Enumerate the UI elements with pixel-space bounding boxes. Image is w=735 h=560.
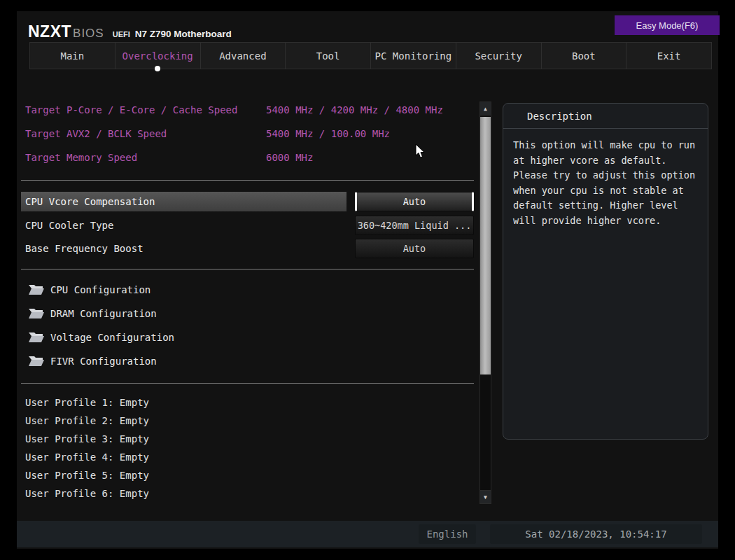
info-label: Target AVX2 / BCLK Speed bbox=[25, 127, 167, 141]
active-tab-indicator-dot bbox=[155, 66, 160, 71]
info-value: 5400 MHz / 100.00 MHz bbox=[266, 127, 390, 141]
board-name: N7 Z790 Motherboard bbox=[135, 29, 232, 39]
info-row-avx2-bclk: Target AVX2 / BCLK Speed 5400 MHz / 100.… bbox=[21, 127, 474, 141]
user-profile-5[interactable]: User Profile 5: Empty bbox=[25, 468, 149, 482]
submenu-label: DRAM Configuration bbox=[50, 308, 157, 319]
bios-window: NZXT BIOS UEFI N7 Z790 Motherboard Easy … bbox=[17, 11, 718, 549]
mouse-cursor-icon bbox=[415, 144, 426, 159]
divider bbox=[21, 180, 474, 181]
user-profile-6[interactable]: User Profile 6: Empty bbox=[25, 486, 149, 500]
tab-boot[interactable]: Boot bbox=[541, 42, 627, 69]
user-profile-4[interactable]: User Profile 4: Empty bbox=[25, 450, 149, 464]
divider bbox=[21, 383, 474, 384]
setting-base-frequency-boost-value[interactable]: Auto bbox=[355, 239, 474, 258]
language-selector[interactable]: English bbox=[419, 524, 476, 544]
tab-overclocking-label: Overclocking bbox=[122, 50, 193, 62]
setting-cpu-cooler-type[interactable]: CPU Cooler Type bbox=[21, 216, 346, 235]
easy-mode-button[interactable]: Easy Mode(F6) bbox=[615, 15, 720, 35]
submenu-label: Voltage Configuration bbox=[50, 332, 174, 343]
info-value: 5400 MHz / 4200 MHz / 4800 MHz bbox=[266, 103, 443, 117]
submenu-label: CPU Configuration bbox=[50, 284, 150, 295]
tab-security[interactable]: Security bbox=[456, 42, 542, 69]
user-profile-1[interactable]: User Profile 1: Empty bbox=[25, 396, 149, 410]
datetime-display: Sat 02/18/2023, 10:54:17 bbox=[490, 524, 702, 544]
submenu-dram-configuration[interactable]: DRAM Configuration bbox=[28, 305, 157, 322]
submenu-fivr-configuration[interactable]: FIVR Configuration bbox=[28, 353, 157, 370]
setting-cpu-cooler-type-value[interactable]: 360~420mm Liquid ... bbox=[355, 216, 474, 235]
uefi-label: UEFI bbox=[113, 30, 130, 38]
description-body: This option will make cpu to run at high… bbox=[503, 129, 708, 237]
tab-overclocking[interactable]: Overclocking bbox=[115, 42, 201, 69]
user-profile-2[interactable]: User Profile 2: Empty bbox=[25, 414, 149, 428]
folder-icon bbox=[28, 284, 45, 296]
user-profile-3[interactable]: User Profile 3: Empty bbox=[25, 432, 149, 446]
scrollbar[interactable]: ▲ ▼ bbox=[479, 102, 491, 504]
scrollbar-thumb[interactable] bbox=[480, 117, 491, 374]
submenu-cpu-configuration[interactable]: CPU Configuration bbox=[28, 281, 150, 298]
description-panel: Description This option will make cpu to… bbox=[503, 103, 708, 440]
info-row-core-speed: Target P-Core / E-Core / Cache Speed 540… bbox=[21, 103, 474, 117]
folder-icon bbox=[28, 332, 45, 344]
info-value: 6000 MHz bbox=[266, 150, 313, 164]
info-label: Target Memory Speed bbox=[25, 150, 137, 164]
info-row-memory-speed: Target Memory Speed 6000 MHz bbox=[21, 150, 474, 164]
scroll-up-icon[interactable]: ▲ bbox=[480, 102, 491, 115]
nzxt-logo: NZXT bbox=[28, 22, 71, 41]
tab-bar: Main Overclocking Advanced Tool PC Monit… bbox=[29, 42, 712, 69]
submenu-label: FIVR Configuration bbox=[50, 356, 157, 367]
folder-icon bbox=[28, 356, 45, 368]
submenu-voltage-configuration[interactable]: Voltage Configuration bbox=[28, 329, 174, 346]
info-label: Target P-Core / E-Core / Cache Speed bbox=[25, 103, 237, 117]
tab-main[interactable]: Main bbox=[29, 42, 115, 69]
setting-base-frequency-boost[interactable]: Base Frequency Boost bbox=[21, 239, 346, 258]
bios-label: BIOS bbox=[73, 27, 104, 41]
description-title: Description bbox=[503, 104, 708, 129]
tab-tool[interactable]: Tool bbox=[285, 42, 371, 69]
footer-bar: English Sat 02/18/2023, 10:54:17 bbox=[17, 521, 718, 547]
scroll-down-icon[interactable]: ▼ bbox=[480, 490, 491, 503]
setting-cpu-vcore-compensation[interactable]: CPU Vcore Compensation bbox=[21, 192, 346, 211]
folder-icon bbox=[28, 308, 45, 320]
tab-advanced[interactable]: Advanced bbox=[200, 42, 286, 69]
tab-exit[interactable]: Exit bbox=[626, 42, 712, 69]
setting-cpu-vcore-compensation-value[interactable]: Auto bbox=[355, 192, 474, 211]
tab-pc-monitoring[interactable]: PC Monitoring bbox=[370, 42, 456, 69]
divider bbox=[21, 269, 474, 270]
header-logo-row: NZXT BIOS UEFI N7 Z790 Motherboard bbox=[28, 22, 232, 41]
